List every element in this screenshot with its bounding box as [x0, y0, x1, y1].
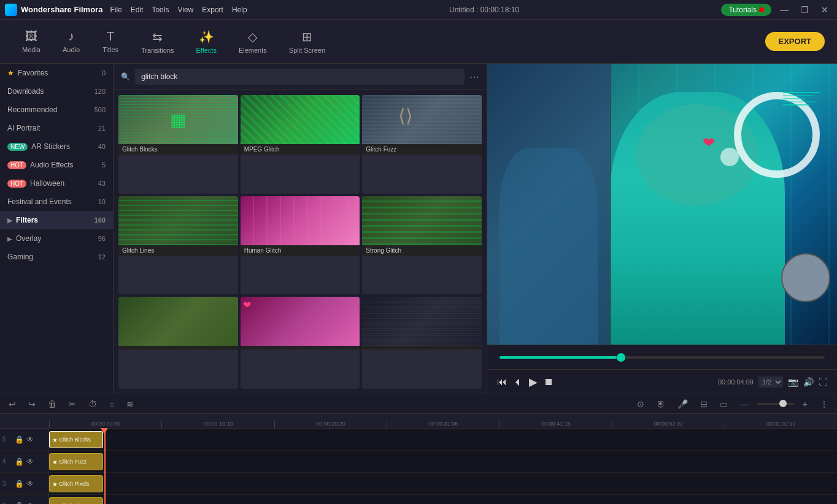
zoom-out-button[interactable]: —: [736, 398, 752, 410]
menu-help[interactable]: Help: [232, 6, 247, 14]
minimize-button[interactable]: —: [776, 4, 792, 16]
export-button[interactable]: EXPORT: [765, 32, 825, 51]
grid-options-icon[interactable]: ⋯: [469, 71, 479, 83]
eye-icon-4[interactable]: 👁: [26, 457, 34, 466]
panel-item-downloads[interactable]: Downloads 120: [0, 82, 113, 101]
effect-card-8[interactable]: ❤: [241, 297, 360, 389]
lock-icon-4[interactable]: 🔒: [15, 457, 24, 466]
delete-button[interactable]: 🗑: [44, 398, 60, 410]
recommended-count: 500: [94, 106, 106, 113]
stop-button[interactable]: ⏹: [544, 376, 554, 388]
track-3-body: ★ Glitch Pixels: [49, 473, 837, 494]
search-input[interactable]: [135, 69, 465, 85]
progress-thumb[interactable]: [617, 353, 625, 362]
play-button[interactable]: ▶: [529, 375, 538, 389]
clip-glitch-blocks[interactable]: ★ Glitch Blocks: [49, 431, 103, 448]
lock-icon-3[interactable]: 🔒: [15, 479, 24, 488]
caption-button[interactable]: ▭: [716, 398, 731, 410]
maximize-button[interactable]: ❐: [797, 4, 812, 16]
effect-card-glitch-lines[interactable]: Glitch Lines: [118, 196, 238, 295]
progress-bar[interactable]: [500, 356, 825, 359]
toolbar-audio-label: Audio: [63, 46, 80, 53]
toolbar-titles[interactable]: T Titles: [92, 26, 129, 57]
page-selector[interactable]: 1/2: [758, 376, 783, 388]
halloween-badge: HOT: [7, 180, 26, 188]
panel-item-recommended[interactable]: Recommended 500: [0, 101, 113, 119]
effect-card-7[interactable]: [118, 297, 238, 389]
eye-icon-3[interactable]: 👁: [26, 479, 34, 488]
menu-bar[interactable]: File Edit Tools View Export Help: [110, 6, 247, 14]
lock-icon-5[interactable]: 🔒: [15, 435, 24, 444]
toolbar-media[interactable]: 🖼 Media: [12, 26, 50, 57]
mic-button[interactable]: 🎤: [674, 398, 692, 410]
zoom-slider[interactable]: [757, 403, 794, 405]
camera-button[interactable]: 📷: [788, 377, 798, 387]
clip-glitch-lines[interactable]: ★ Glitch Lines: [49, 497, 103, 504]
volume-button[interactable]: 🔊: [803, 377, 814, 387]
panel-item-overlay[interactable]: ▶ Overlay 96: [0, 229, 113, 248]
snap-button[interactable]: ⊙: [633, 398, 648, 410]
toolbar-elements-label: Elements: [239, 47, 267, 54]
ruler-mark-6: 00:01:02:12: [725, 421, 837, 428]
ruler-mark-0: 00:00:00:00: [49, 421, 161, 428]
eye-icon-5[interactable]: 👁: [26, 435, 34, 444]
ruler-mark-1: 00:00:10:10: [161, 421, 274, 428]
frame-back-button[interactable]: ⏴: [513, 376, 523, 388]
effect-label-human-glitch: Human Glitch: [241, 245, 360, 256]
track-row-5: 5 🔒 👁 ★ Glitch Blocks: [0, 429, 837, 451]
clip-glitch-pixels[interactable]: ★ Glitch Pixels: [49, 475, 103, 492]
ruler-mark-5: 00:00:52:02: [612, 421, 724, 428]
close-button[interactable]: ✕: [817, 4, 832, 16]
menu-file[interactable]: File: [110, 6, 122, 14]
panel-item-ai-portrait[interactable]: AI Portrait 21: [0, 119, 113, 137]
toolbar-transitions[interactable]: ⇆ Transitions: [131, 26, 183, 58]
toolbar-audio[interactable]: ♪ Audio: [53, 26, 90, 57]
toolbar-split-screen[interactable]: ⊞ Split Screen: [279, 26, 335, 58]
playhead[interactable]: [104, 429, 106, 504]
panel-item-ar-stickers[interactable]: NEW AR Stickers 40: [0, 137, 113, 156]
panel-item-favorites[interactable]: ★ Favorites 0: [0, 64, 113, 82]
timeline-settings-button[interactable]: ⋮: [816, 398, 832, 410]
toolbar-effects[interactable]: ✨ Effects: [187, 26, 226, 58]
track-5-controls: 5 🔒 👁: [0, 429, 49, 450]
window-controls[interactable]: — ❐ ✕: [776, 4, 832, 16]
split-screen-icon: ⊞: [302, 29, 312, 44]
menu-view[interactable]: View: [177, 6, 193, 14]
effect-card-9[interactable]: [362, 297, 482, 389]
menu-tools[interactable]: Tools: [152, 6, 169, 14]
effect-card-glitch-fuzz[interactable]: ⟨⟩ Glitch Fuzz: [362, 95, 482, 194]
zoom-in-button[interactable]: +: [799, 398, 811, 410]
effect-card-mpeg-glitch[interactable]: MPEG Glitch: [241, 95, 360, 194]
shield-button[interactable]: ⛨: [653, 398, 669, 410]
clip-glitch-fuzz[interactable]: ★ Glitch Fuzz: [49, 453, 103, 470]
history-button[interactable]: ⏱: [85, 398, 101, 410]
effect-label-8: [241, 346, 360, 349]
adjust-button[interactable]: ⊟: [696, 398, 711, 410]
panel-item-gaming[interactable]: Gaming 12: [0, 248, 113, 266]
toolbar-elements[interactable]: ◇ Elements: [229, 26, 277, 58]
panel-item-festival-events[interactable]: Festival and Events 10: [0, 193, 113, 211]
effect-card-human-glitch[interactable]: Human Glitch: [241, 196, 360, 295]
fullscreen-button[interactable]: ⛶: [819, 377, 827, 387]
skip-start-button[interactable]: ⏮: [497, 376, 507, 388]
zoom-thumb[interactable]: [779, 400, 787, 407]
ar-stickers-count: 40: [98, 143, 106, 150]
ruler-marks: 00:00:00:00 00:00:10:10 00:00:20:20 00:0…: [49, 421, 837, 428]
undo-button[interactable]: ↩: [5, 398, 20, 410]
waveform-button[interactable]: ≋: [123, 398, 137, 410]
redo-button[interactable]: ↪: [25, 398, 39, 410]
tutorials-button[interactable]: Tutorials: [721, 4, 771, 16]
panel-item-halloween[interactable]: HOT Halloween 43: [0, 174, 113, 193]
menu-export[interactable]: Export: [202, 6, 223, 14]
eye-icon-2[interactable]: 👁: [26, 502, 34, 505]
effect-card-glitch-blocks[interactable]: ▦ Glitch Blocks: [118, 95, 238, 194]
effect-label-9: [362, 346, 482, 349]
cut-button[interactable]: ✂: [65, 398, 80, 410]
panel-item-audio-effects[interactable]: HOT Audio Effects 5: [0, 156, 113, 174]
effect-card-strong-glitch[interactable]: Strong Glitch: [362, 196, 482, 295]
lock-icon-2[interactable]: 🔒: [15, 502, 24, 505]
audio-sync-button[interactable]: ⌂: [106, 398, 118, 410]
toolbar-transitions-label: Transitions: [141, 47, 174, 54]
menu-edit[interactable]: Edit: [131, 6, 144, 14]
panel-item-filters[interactable]: ▶ Filters 160: [0, 211, 113, 229]
